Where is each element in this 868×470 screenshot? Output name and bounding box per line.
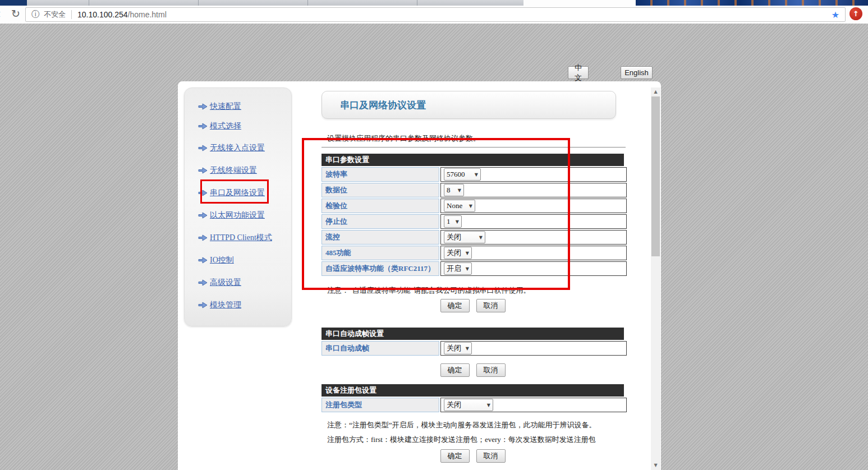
table-header: 串口自动成帧设置 bbox=[322, 328, 624, 340]
select-value: 1 bbox=[447, 217, 451, 226]
sidebar-item-label[interactable]: 高级设置 bbox=[210, 278, 241, 288]
sidebar-item-module-mgmt[interactable]: 模块管理 bbox=[198, 299, 241, 311]
sidebar-item-serial-network[interactable]: 串口及网络设置 bbox=[198, 187, 265, 199]
ok-button[interactable]: 确定 bbox=[440, 363, 470, 377]
row-label: 串口自动成帧 bbox=[325, 343, 369, 353]
row-label: 数据位 bbox=[325, 185, 347, 195]
auto-frame-select[interactable]: 关闭 ▼ bbox=[444, 342, 472, 354]
table-row: 注册包类型 关闭 ▼ bbox=[322, 398, 624, 412]
url-path: /home.html bbox=[128, 10, 167, 19]
scroll-down-icon[interactable]: ▼ bbox=[651, 461, 660, 470]
bookmark-star-icon[interactable]: ★ bbox=[832, 10, 839, 20]
sidebar-item-quick-config[interactable]: 快速配置 bbox=[198, 101, 241, 112]
parity-select[interactable]: None ▼ bbox=[444, 200, 475, 212]
sidebar-item-sta-settings[interactable]: 无线终端设置 bbox=[198, 165, 257, 176]
sidebar-item-mode-select[interactable]: 模式选择 bbox=[198, 121, 241, 132]
select-value: 8 bbox=[447, 186, 451, 195]
arrow-right-icon bbox=[198, 166, 208, 175]
select-value: 关闭 bbox=[447, 343, 461, 353]
window-title-strip bbox=[0, 0, 868, 6]
scrollbar-thumb[interactable] bbox=[651, 96, 660, 256]
table-row: 串口自动成帧 关闭 ▼ bbox=[322, 341, 624, 356]
cancel-button[interactable]: 取消 bbox=[476, 363, 506, 377]
page-title-banner: 串口及网络协议设置 bbox=[322, 91, 616, 119]
button-row-register: 确定 取消 bbox=[322, 449, 624, 463]
dropdown-arrow-icon: ▼ bbox=[487, 403, 490, 408]
select-value: 57600 bbox=[447, 170, 465, 179]
sidebar-item-label[interactable]: IO控制 bbox=[210, 255, 234, 265]
dropdown-arrow-icon: ▼ bbox=[466, 346, 469, 351]
reload-icon[interactable]: ↻ bbox=[9, 7, 22, 20]
row-label: 485功能 bbox=[325, 248, 351, 258]
button-row-serial: 确定 取消 bbox=[322, 299, 624, 312]
main-panel: 快速配置 模式选择 无线接入点设置 无线终端设置 串口及网络设置 以太网功能设置… bbox=[178, 81, 661, 470]
arrow-right-icon bbox=[198, 188, 208, 197]
sidebar-item-label[interactable]: 串口及网络设置 bbox=[210, 188, 265, 198]
language-english-button[interactable]: English bbox=[621, 66, 653, 79]
dropdown-arrow-icon: ▼ bbox=[475, 172, 478, 177]
note-register-2: 注册包方式：first：模块建立连接时发送注册包；every：每次发送数据时发送… bbox=[327, 435, 596, 445]
language-chinese-button[interactable]: 中文 bbox=[568, 66, 589, 79]
sidebar-item-httpd-client[interactable]: HTTPD Client模式 bbox=[198, 232, 272, 243]
table-row: 自适应波特率功能（类RFC2117） 开启 ▼ bbox=[322, 261, 624, 276]
back-icon[interactable]: ‹ bbox=[0, 7, 1, 21]
select-value: 关闭 bbox=[447, 400, 461, 410]
note-register-1: 注意：“注册包类型”开启后，模块主动向服务器发送注册包，此功能用于辨识设备。 bbox=[327, 420, 596, 430]
scroll-up-icon[interactable]: ▲ bbox=[651, 87, 660, 96]
dropdown-arrow-icon: ▼ bbox=[466, 251, 469, 256]
serial-params-table: 串口参数设置 波特率 57600 ▼ 数据位 8 ▼ 检验位 None ▼ bbox=[322, 154, 624, 276]
data-bits-select[interactable]: 8 ▼ bbox=[444, 184, 464, 196]
cancel-button[interactable]: 取消 bbox=[476, 299, 506, 312]
url-host: 10.10.100.254 bbox=[77, 10, 128, 19]
sidebar-item-advanced[interactable]: 高级设置 bbox=[198, 277, 241, 288]
sidebar-item-label[interactable]: 模块管理 bbox=[210, 300, 241, 310]
arrow-right-icon bbox=[198, 301, 208, 310]
sidebar-item-ap-settings[interactable]: 无线接入点设置 bbox=[198, 142, 265, 154]
table-header: 串口参数设置 bbox=[322, 154, 624, 166]
sidebar-item-label[interactable]: 快速配置 bbox=[210, 102, 241, 112]
register-packet-table: 设备注册包设置 注册包类型 关闭 ▼ bbox=[322, 384, 624, 412]
rs485-select[interactable]: 关闭 ▼ bbox=[444, 247, 472, 259]
ok-button[interactable]: 确定 bbox=[440, 299, 470, 312]
table-row: 485功能 关闭 ▼ bbox=[322, 246, 624, 260]
sidebar-item-label[interactable]: 以太网功能设置 bbox=[210, 210, 265, 220]
extension-icon[interactable]: ↑ bbox=[849, 7, 862, 20]
sidebar-item-label[interactable]: 无线接入点设置 bbox=[210, 143, 265, 153]
table-row: 停止位 1 ▼ bbox=[322, 214, 624, 229]
cancel-button[interactable]: 取消 bbox=[476, 449, 506, 463]
table-row: 流控 关闭 ▼ bbox=[322, 230, 624, 245]
register-packet-select[interactable]: 关闭 ▼ bbox=[444, 399, 493, 411]
row-label: 注册包类型 bbox=[325, 400, 362, 410]
select-value: None bbox=[447, 201, 462, 210]
arrow-right-icon bbox=[198, 233, 208, 242]
button-row-autoframe: 确定 取消 bbox=[322, 363, 624, 377]
row-label: 停止位 bbox=[325, 216, 347, 227]
dropdown-arrow-icon: ▼ bbox=[456, 219, 459, 224]
address-separator bbox=[71, 10, 72, 19]
page-description: 设置模块应用程序的串口参数及网络协议参数。 bbox=[327, 133, 480, 144]
security-label: 不安全 bbox=[44, 10, 66, 20]
sidebar-item-io-control[interactable]: IO控制 bbox=[198, 255, 234, 266]
dropdown-arrow-icon: ▼ bbox=[469, 204, 472, 209]
flow-control-select[interactable]: 关闭 ▼ bbox=[444, 231, 485, 243]
address-bar[interactable]: ⓘ 不安全 10.10.100.254 /home.html ★ bbox=[25, 7, 846, 22]
sidebar-item-label[interactable]: HTTPD Client模式 bbox=[210, 233, 272, 243]
note-adaptive-baud: 注意：“自适应波特率功能”请配合我公司的虚拟串口软件使用。 bbox=[327, 285, 531, 296]
adaptive-baud-select[interactable]: 开启 ▼ bbox=[444, 262, 472, 275]
sidebar-item-ethernet[interactable]: 以太网功能设置 bbox=[198, 210, 265, 221]
page-scrollbar[interactable]: ▲ ▼ bbox=[651, 87, 660, 470]
table-row: 数据位 8 ▼ bbox=[322, 183, 624, 197]
ok-button[interactable]: 确定 bbox=[440, 449, 470, 463]
row-label: 检验位 bbox=[325, 201, 347, 211]
sidebar-item-label[interactable]: 模式选择 bbox=[210, 121, 241, 131]
page-title: 串口及网络协议设置 bbox=[340, 99, 426, 112]
select-value: 关闭 bbox=[447, 232, 461, 242]
browser-toolbar: ‹ ↻ ⓘ 不安全 10.10.100.254 /home.html ★ ↑ bbox=[0, 6, 868, 24]
baud-rate-select[interactable]: 57600 ▼ bbox=[444, 168, 481, 181]
dropdown-arrow-icon: ▼ bbox=[479, 235, 483, 240]
info-icon[interactable]: ⓘ bbox=[31, 10, 39, 20]
sidebar-item-label[interactable]: 无线终端设置 bbox=[210, 165, 257, 176]
arrow-right-icon bbox=[198, 102, 208, 111]
stop-bits-select[interactable]: 1 ▼ bbox=[444, 215, 462, 228]
row-label: 波特率 bbox=[325, 169, 347, 179]
